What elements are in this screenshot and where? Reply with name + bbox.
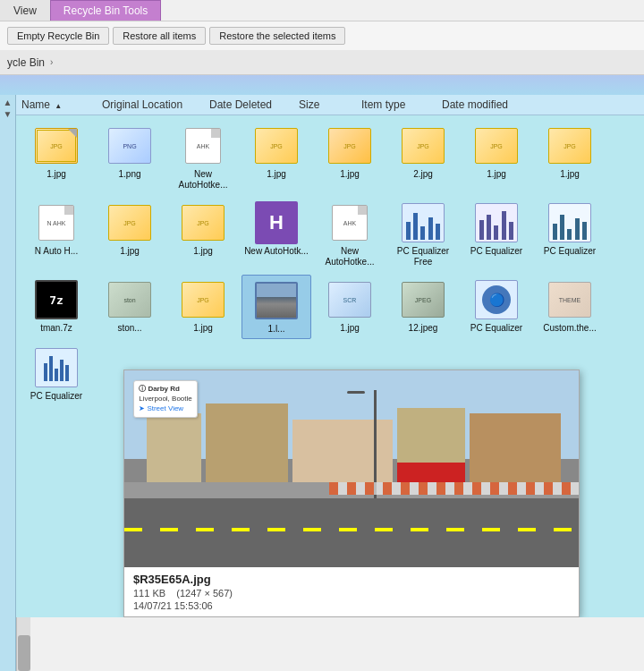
building <box>206 403 287 482</box>
app-window: View Recycle Bin Tools Empty Recycle Bin… <box>0 0 644 671</box>
list-item[interactable]: AHK New AutoHotke... <box>168 121 238 194</box>
ribbon-tabs: View Recycle Bin Tools <box>0 0 644 21</box>
list-item[interactable]: 7z tman.7z <box>21 275 91 339</box>
file-name: 1.png <box>118 169 140 180</box>
preview-image: ⓘ Darby Rd Liverpool, Bootle ➤ Street Vi… <box>124 370 579 567</box>
file-icon: JPG <box>35 124 78 167</box>
list-item[interactable]: PC Equalizer <box>535 198 605 271</box>
column-accent-strip <box>0 75 644 95</box>
col-header-original-location[interactable]: Original Location <box>97 97 204 113</box>
building <box>292 420 393 482</box>
list-item[interactable]: PC Equalizer Free <box>388 198 458 271</box>
file-name: 1.jpg <box>47 169 66 180</box>
scroll-thumb[interactable] <box>18 635 30 671</box>
ribbon-commands: Empty Recycle Bin Restore all items Rest… <box>0 21 644 50</box>
col-header-name[interactable]: Name ▲ <box>16 97 97 113</box>
list-item[interactable]: JPG 1.jpg <box>168 275 238 339</box>
list-item[interactable]: ston ston... <box>95 275 165 339</box>
list-item[interactable]: PC Equalizer <box>21 343 91 405</box>
file-name: New AutoHotke... <box>317 246 383 268</box>
file-name: 1.jpg <box>267 169 286 180</box>
restore-button[interactable]: Restore the selected items <box>209 27 345 45</box>
list-item[interactable]: JPG 1.jpg <box>21 121 91 194</box>
file-name: PC Equalizer <box>470 246 522 257</box>
list-item[interactable]: 🔵 PC Equalizer <box>462 275 531 339</box>
tab-view[interactable]: View <box>0 0 50 21</box>
col-header-item-type[interactable]: Item type <box>356 97 436 113</box>
road-markings <box>124 528 579 531</box>
list-item[interactable]: SCR 1.jpg <box>315 275 385 339</box>
file-icon: JPEG <box>402 278 445 321</box>
file-name: 1.jpg <box>193 323 213 334</box>
file-name: 1.jpg <box>340 169 360 180</box>
file-name: tman.7z <box>40 323 72 334</box>
scrollbar[interactable] <box>16 617 30 671</box>
list-item[interactable]: JPG 1.jpg <box>462 121 531 194</box>
file-icon: 🔵 <box>475 278 518 321</box>
street-scene: ⓘ Darby Rd Liverpool, Bootle ➤ Street Vi… <box>124 370 579 567</box>
file-name: 1.jpg <box>193 246 213 257</box>
file-icon <box>402 201 445 244</box>
file-name: 1.jpg <box>560 169 580 180</box>
right-content: Name ▲ Original Location Date Deleted Si… <box>16 95 644 671</box>
list-item[interactable]: N AHK N Auto H... <box>21 198 91 271</box>
file-icon: JPG <box>328 124 371 167</box>
file-icon <box>35 346 78 389</box>
file-icon <box>475 201 518 244</box>
file-name: 1.l... <box>268 324 285 335</box>
list-item[interactable]: H New AutoHotk... <box>242 198 311 271</box>
preview-meta-size: 111 KB (1247 × 567) <box>133 588 570 599</box>
file-icon: JPG <box>255 124 298 167</box>
list-item[interactable]: JPG 1.jpg <box>168 198 238 271</box>
file-grid: JPG 1.jpg PNG 1.png <box>21 121 639 405</box>
list-item[interactable]: AHK New AutoHotke... <box>315 198 385 271</box>
file-name: New AutoHotke... <box>170 169 236 191</box>
col-header-date-modified[interactable]: Date modified <box>436 97 535 113</box>
content-wrapper: ▲ ▼ Name ▲ Original Location Date Delete… <box>0 95 644 671</box>
file-icon: JPG <box>108 201 151 244</box>
list-item[interactable]: JPG 1.jpg <box>95 198 165 271</box>
sort-icon-name: ▲ <box>55 102 62 110</box>
file-icon <box>548 201 591 244</box>
nav-up-arrow[interactable]: ▲ <box>2 97 14 108</box>
list-item[interactable]: PC Equalizer <box>462 198 531 271</box>
restore-all-button[interactable]: Restore all items <box>113 27 206 45</box>
list-item[interactable]: THEME Custom.the... <box>535 275 605 339</box>
list-item[interactable]: JPG 1.jpg <box>315 121 385 194</box>
list-item[interactable]: JPEG 12.jpeg <box>388 275 458 339</box>
address-chevron: › <box>50 57 53 67</box>
address-path: ycle Bin <box>7 56 45 69</box>
file-name: PC Equalizer <box>30 391 82 402</box>
left-nav-strip: ▲ ▼ <box>0 95 16 671</box>
file-icon <box>255 279 298 322</box>
file-name: Custom.the... <box>543 323 596 334</box>
empty-recycle-bin-button[interactable]: Empty Recycle Bin <box>7 27 109 45</box>
col-header-size[interactable]: Size <box>293 97 356 113</box>
list-item[interactable]: JPG 1.jpg <box>535 121 605 194</box>
file-name: 1.jpg <box>487 169 506 180</box>
file-list[interactable]: JPG 1.jpg PNG 1.png <box>16 115 644 617</box>
preview-filename: $R35E65A.jpg <box>133 573 570 586</box>
list-item[interactable]: JPG 1.jpg <box>242 121 311 194</box>
list-item-selected[interactable]: 1.l... <box>242 275 311 339</box>
address-bar: ycle Bin › <box>0 50 644 75</box>
building <box>147 413 201 482</box>
nav-down-arrow[interactable]: ▼ <box>2 108 14 120</box>
road <box>124 498 579 567</box>
file-icon: JPG <box>182 278 225 321</box>
file-name: New AutoHotk... <box>244 246 309 257</box>
file-icon: JPG <box>475 124 518 167</box>
list-item[interactable]: PNG 1.png <box>95 121 165 194</box>
file-icon: H <box>255 201 298 244</box>
file-icon: JPG <box>402 124 445 167</box>
file-name: 1.jpg <box>120 246 140 257</box>
file-icon: ston <box>108 278 151 321</box>
col-header-date-deleted[interactable]: Date Deleted <box>204 97 293 113</box>
file-name: ston... <box>117 323 141 334</box>
tab-recycle-bin-tools[interactable]: Recycle Bin Tools <box>50 0 162 21</box>
file-icon: N AHK <box>35 201 78 244</box>
list-item[interactable]: JPG 2.jpg <box>388 121 458 194</box>
file-icon: JPG <box>548 124 591 167</box>
file-icon: SCR <box>328 278 371 321</box>
file-icon: JPG <box>182 201 225 244</box>
